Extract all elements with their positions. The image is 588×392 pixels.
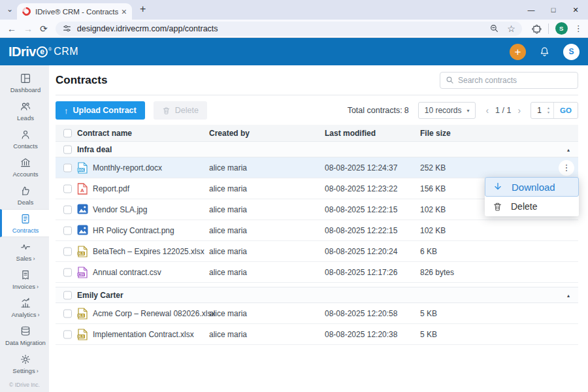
bookmark-star-icon[interactable]: ☆ bbox=[507, 24, 515, 34]
table-row[interactable]: XLSImplementation Contract.xlsxalice mar… bbox=[56, 324, 578, 345]
reload-icon[interactable]: ⟳ bbox=[40, 24, 48, 33]
url-omnibox[interactable]: designdev.idrivecrm.com/app/contracts ☆ bbox=[56, 22, 522, 36]
site-settings-icon[interactable] bbox=[62, 24, 72, 33]
minimize-button[interactable]: — bbox=[520, 6, 542, 14]
row-actions-kebab-icon[interactable]: ⋮ bbox=[559, 160, 574, 176]
xlsx-file-icon: XLS bbox=[77, 329, 88, 340]
delete-button[interactable]: Delete bbox=[154, 101, 207, 120]
sidebar-item-settings[interactable]: Settings› bbox=[0, 350, 49, 378]
sidebar-item-analytics[interactable]: Analytics› bbox=[0, 293, 49, 321]
contract-name: BetaTech – Expires 122025.xlsx bbox=[93, 247, 204, 256]
download-arrow-icon bbox=[493, 182, 503, 192]
accounts-icon bbox=[20, 157, 31, 169]
contacts-icon bbox=[20, 129, 31, 140]
extensions-puzzle-icon[interactable] bbox=[531, 24, 542, 34]
sidebar-item-label: Dashboard bbox=[10, 86, 41, 93]
search-input[interactable] bbox=[458, 76, 572, 85]
idrive-crm-logo[interactable]: IDriv e ® CRM bbox=[8, 44, 78, 59]
sidebar-item-dashboard[interactable]: Dashboard bbox=[0, 69, 49, 97]
leads-icon bbox=[20, 101, 31, 112]
next-page-icon[interactable]: › bbox=[517, 106, 521, 115]
table-row[interactable]: XLSAcme Corp – Renewal 082026.xlsxalice … bbox=[56, 303, 578, 324]
context-menu-label: Delete bbox=[511, 201, 537, 212]
window-close-button[interactable]: ✕ bbox=[564, 6, 587, 14]
select-all-checkbox[interactable] bbox=[63, 129, 72, 137]
goto-page-widget: 1 ▴ ▾ GO bbox=[531, 102, 578, 119]
row-checkbox[interactable] bbox=[63, 247, 72, 255]
notifications-bell-icon[interactable] bbox=[538, 46, 551, 58]
contract-name: Monthly-report.docx bbox=[93, 163, 162, 172]
csv-file-icon: CSV bbox=[77, 267, 88, 278]
browser-tab[interactable]: IDrive® CRM - Contracts × bbox=[17, 3, 132, 20]
logo-e-circle: e bbox=[37, 46, 48, 57]
search-box[interactable] bbox=[440, 72, 578, 89]
contract-name: Vendor SLA.jpg bbox=[93, 205, 147, 214]
pdf-file-icon: A bbox=[77, 183, 88, 195]
maximize-button[interactable]: □ bbox=[542, 6, 564, 14]
upload-contract-button[interactable]: ↑ Upload Contract bbox=[56, 101, 145, 120]
group-row[interactable]: Infra deal▴ bbox=[56, 142, 578, 157]
row-checkbox[interactable] bbox=[63, 268, 72, 276]
context-menu-label: Download bbox=[512, 182, 555, 193]
chrome-menu-kebab-icon[interactable]: ⋮ bbox=[574, 24, 583, 33]
chrome-profile-avatar[interactable]: S bbox=[555, 22, 568, 35]
group-checkbox[interactable] bbox=[63, 291, 72, 299]
group-checkbox[interactable] bbox=[63, 145, 72, 154]
row-checkbox[interactable] bbox=[63, 205, 72, 214]
prev-page-icon[interactable]: ‹ bbox=[485, 106, 489, 115]
last-modified: 08-08-2025 12:20:58 bbox=[325, 309, 397, 318]
column-file-size: File size bbox=[420, 129, 451, 138]
row-checkbox[interactable] bbox=[63, 184, 72, 193]
sidebar-item-accounts[interactable]: Accounts bbox=[0, 153, 49, 181]
tab-search-icon[interactable]: ⌄ bbox=[7, 5, 13, 14]
back-icon[interactable]: ← bbox=[7, 24, 16, 33]
table-row[interactable]: DOCMonthly-report.docxalice maria08-08-2… bbox=[56, 157, 578, 178]
data-migration-icon bbox=[20, 325, 31, 337]
collapse-caret-icon[interactable]: ▴ bbox=[567, 292, 570, 298]
submenu-arrow-icon: › bbox=[37, 368, 39, 374]
image-file-icon bbox=[77, 225, 88, 235]
row-checkbox[interactable] bbox=[63, 330, 72, 338]
context-menu-item-download[interactable]: Download bbox=[485, 177, 579, 197]
go-button[interactable]: GO bbox=[554, 103, 578, 118]
forward-icon[interactable]: → bbox=[24, 24, 33, 33]
sidebar-item-invoices[interactable]: Invoices› bbox=[0, 265, 49, 293]
collapse-caret-icon[interactable]: ▴ bbox=[567, 146, 570, 152]
page-number-input[interactable]: 1 bbox=[531, 103, 547, 118]
column-created-by: Created by bbox=[209, 129, 250, 138]
zoom-out-icon[interactable] bbox=[489, 24, 499, 33]
row-checkbox[interactable] bbox=[63, 163, 72, 172]
sidebar-item-deals[interactable]: Deals bbox=[0, 181, 49, 209]
user-avatar[interactable]: S bbox=[563, 44, 580, 60]
sidebar: DashboardLeadsContactsAccountsDealsContr… bbox=[0, 65, 49, 392]
url-text[interactable]: designdev.idrivecrm.com/app/contracts bbox=[77, 24, 484, 33]
sidebar-item-sales[interactable]: Sales› bbox=[0, 237, 49, 265]
group-row[interactable]: Emily Carter▴ bbox=[56, 287, 578, 303]
records-per-page-select[interactable]: 10 records ▾ bbox=[418, 102, 476, 119]
xlsx-file-icon: XLS bbox=[77, 246, 88, 257]
sidebar-item-leads[interactable]: Leads bbox=[0, 97, 49, 125]
row-checkbox[interactable] bbox=[63, 226, 72, 235]
sidebar-item-data-migration[interactable]: Data Migration bbox=[0, 321, 49, 350]
settings-icon bbox=[20, 353, 31, 365]
sales-icon bbox=[20, 241, 31, 253]
context-menu-item-delete[interactable]: Delete bbox=[485, 197, 579, 216]
quick-add-button[interactable]: + bbox=[510, 44, 526, 60]
table-row[interactable]: CSVAnnual contract.csvalice maria08-08-2… bbox=[56, 262, 578, 283]
svg-text:CSV: CSV bbox=[78, 272, 84, 276]
page-number-spinner[interactable]: ▴ ▾ bbox=[547, 103, 553, 118]
contracts-table: Contract name Created by Last modified F… bbox=[56, 125, 578, 345]
sidebar-item-contacts[interactable]: Contacts bbox=[0, 125, 49, 153]
tab-close-icon[interactable]: × bbox=[122, 7, 127, 16]
new-tab-button[interactable]: + bbox=[140, 3, 146, 15]
sidebar-item-label: Contacts bbox=[13, 142, 38, 150]
table-row[interactable]: HR Policy Contract.pngalice maria08-08-2… bbox=[56, 220, 578, 241]
table-body: Infra deal▴DOCMonthly-report.docxalice m… bbox=[56, 142, 578, 345]
contract-name: Acme Corp – Renewal 082026.xlsx bbox=[93, 309, 215, 318]
table-row[interactable]: XLSBetaTech – Expires 122025.xlsxalice m… bbox=[56, 241, 578, 262]
last-modified: 08-08-2025 12:23:22 bbox=[325, 184, 397, 193]
contract-name: Annual contract.csv bbox=[93, 268, 161, 277]
spinner-down-icon: ▾ bbox=[547, 110, 549, 115]
sidebar-item-contracts[interactable]: Contracts bbox=[0, 209, 49, 237]
row-checkbox[interactable] bbox=[63, 309, 72, 318]
